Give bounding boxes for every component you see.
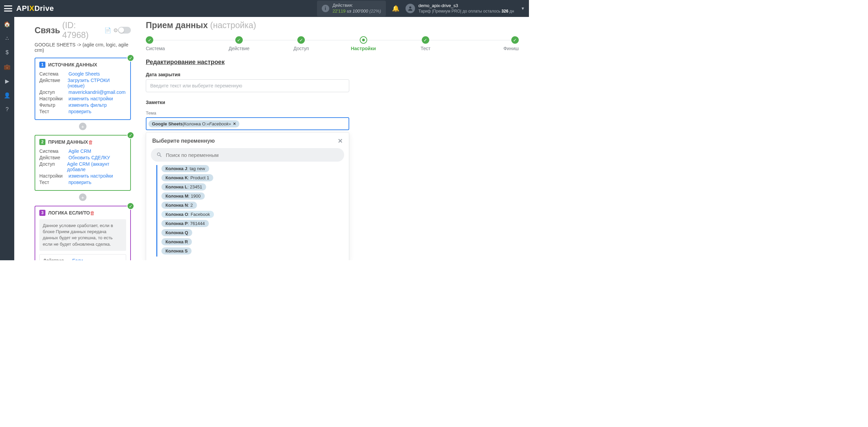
condition-note: Данное условие сработает, если в блоке П… — [39, 219, 126, 251]
right-panel: Прием данных (настройка) ✓Система ✓Дейст… — [136, 17, 529, 260]
link-title: Связь — [35, 25, 60, 35]
source-system[interactable]: Google Sheets — [68, 71, 100, 77]
dest-access[interactable]: Agile CRM (аккаунт добавле — [67, 161, 126, 172]
check-icon: ✓ — [127, 54, 134, 62]
variable-option[interactable]: Колонка N: 2 — [161, 202, 197, 209]
actions-counter[interactable]: i Действия: 22'119 из 100'000 (22%) — [317, 1, 386, 16]
search-icon — [156, 152, 162, 158]
block-number: 2 — [39, 139, 45, 145]
source-access[interactable]: maverickandrii@gmail.com — [68, 89, 125, 95]
block-title: ПРИЕМ ДАННЫХ — [48, 139, 88, 145]
page-title: Прием данных (настройка) — [146, 20, 519, 30]
avatar-icon — [406, 4, 415, 13]
source-block: ✓ 1ИСТОЧНИК ДАННЫХ СистемаGoogle Sheets … — [35, 58, 131, 120]
dropdown-search[interactable] — [151, 148, 344, 162]
nav-billing-icon[interactable]: $ — [3, 49, 11, 56]
block-title: ИСТОЧНИК ДАННЫХ — [48, 62, 97, 67]
check-icon: ✓ — [127, 202, 134, 210]
dest-test[interactable]: проверить — [68, 180, 92, 185]
dest-system[interactable]: Agile CRM — [68, 148, 91, 154]
close-date-input[interactable] — [146, 79, 349, 92]
enable-toggle[interactable] — [118, 27, 131, 34]
step-done-icon[interactable]: ✓ — [146, 36, 153, 44]
dropdown-list[interactable]: Колонка J: tag newКолонка K: Product 1Ко… — [146, 165, 349, 260]
nav-home-icon[interactable]: 🏠 — [3, 20, 11, 28]
search-input[interactable] — [166, 152, 339, 158]
side-nav: 🏠 ⛬ $ 💼 ▶ 👤 ? — [0, 17, 14, 260]
variable-option[interactable]: Колонка K: Product 1 — [161, 174, 213, 181]
dest-settings[interactable]: изменить настройки — [68, 173, 113, 179]
bell-icon[interactable]: 🔔 — [392, 5, 399, 12]
step-done-icon[interactable]: ✓ — [235, 36, 243, 44]
menu-icon[interactable] — [4, 5, 12, 12]
variable-option[interactable]: Колонка O: Facebook — [161, 211, 214, 218]
trash-icon[interactable]: 🗑 — [90, 210, 95, 216]
svg-point-0 — [409, 6, 411, 8]
block-number: 3 — [39, 210, 45, 216]
dest-action[interactable]: Обновить СДЕЛКУ — [68, 155, 110, 160]
step-done-icon[interactable]: ✓ — [511, 36, 519, 44]
theme-label: Тема — [146, 110, 519, 116]
section-title: Редактирование настроек — [146, 59, 519, 66]
variable-option[interactable]: Колонка M: 1900 — [161, 192, 205, 200]
source-settings[interactable]: изменить настройки — [68, 96, 113, 101]
theme-input[interactable]: Google Sheets | Колонка O: «Facebook» ✕ — [146, 117, 349, 130]
block-title: ЛОГИКА ЕСЛИ/ТО — [48, 210, 90, 216]
destination-block: ✓ 2ПРИЕМ ДАННЫХ🗑 СистемаAgile CRM Действ… — [35, 135, 131, 191]
variable-option[interactable]: Колонка J: tag new — [161, 165, 209, 172]
nav-briefcase-icon[interactable]: 💼 — [3, 63, 11, 70]
wizard-steps: ✓Система ✓Действие ✓Доступ Настройки ✓Те… — [146, 36, 519, 51]
date-label: Дата закрытия — [146, 72, 519, 77]
check-icon: ✓ — [127, 131, 134, 139]
username: demo_apix-drive_s3 — [418, 3, 514, 9]
variable-dropdown: Выберите переменную ✕ Колонка J: tag new… — [146, 132, 349, 260]
nav-connections-icon[interactable]: ⛬ — [3, 35, 11, 42]
tariff-line: Тариф |Премиум PRO| до оплаты осталось 3… — [418, 9, 514, 14]
link-id: (ID: 47968) — [62, 20, 102, 40]
source-filter[interactable]: изменить фильтр — [68, 102, 107, 108]
info-icon: i — [322, 5, 329, 12]
logo[interactable]: APIXDrive — [16, 4, 54, 13]
step-done-icon[interactable]: ✓ — [297, 36, 305, 44]
source-test[interactable]: проверить — [68, 109, 92, 114]
variable-option[interactable]: Колонка S — [161, 247, 192, 255]
variable-option[interactable]: Колонка P: 761444 — [161, 220, 209, 227]
source-action[interactable]: Загрузить СТРОКИ (новые) — [67, 78, 126, 88]
block-number: 1 — [39, 62, 45, 68]
nav-video-icon[interactable]: ▶ — [3, 77, 11, 85]
left-panel: Связь (ID: 47968) 📄 ⚙ GOOGLE SHEETS -> (… — [14, 17, 136, 260]
nav-user-icon[interactable]: 👤 — [3, 92, 11, 99]
add-step-button[interactable]: + — [79, 194, 86, 201]
chevron-down-icon[interactable]: ▼ — [521, 6, 525, 11]
variable-chip[interactable]: Google Sheets | Колонка O: «Facebook» ✕ — [149, 120, 239, 127]
add-step-button[interactable]: + — [79, 123, 86, 130]
trash-icon[interactable]: 🗑 — [88, 139, 93, 145]
logic-block: ✓ 3ЛОГИКА ЕСЛИ/ТО🗑 Данное условие сработ… — [35, 206, 131, 260]
gear-icon[interactable]: ⚙ — [113, 27, 118, 34]
document-icon[interactable]: 📄 — [104, 27, 111, 34]
user-menu[interactable]: demo_apix-drive_s3 Тариф |Премиум PRO| д… — [406, 3, 514, 14]
notes-label: Заметки — [146, 100, 519, 105]
variable-option[interactable]: Колонка R — [161, 238, 192, 245]
remove-chip-icon[interactable]: ✕ — [233, 122, 236, 126]
variable-option[interactable]: Колонка L: 23451 — [161, 183, 206, 190]
app-header: APIXDrive i Действия: 22'119 из 100'000 … — [0, 0, 529, 17]
variable-option[interactable]: Колонка Q — [161, 229, 192, 236]
dropdown-title: Выберите переменную — [152, 138, 338, 144]
logic-action[interactable]: Если — [72, 258, 83, 260]
step-current-icon[interactable] — [360, 36, 367, 44]
close-icon[interactable]: ✕ — [338, 137, 343, 145]
step-done-icon[interactable]: ✓ — [422, 36, 429, 44]
actions-text: Действия: 22'119 из 100'000 (22%) — [333, 3, 381, 14]
link-description: GOOGLE SHEETS -> (agile crm, logic, agil… — [35, 42, 131, 53]
nav-help-icon[interactable]: ? — [3, 106, 11, 113]
